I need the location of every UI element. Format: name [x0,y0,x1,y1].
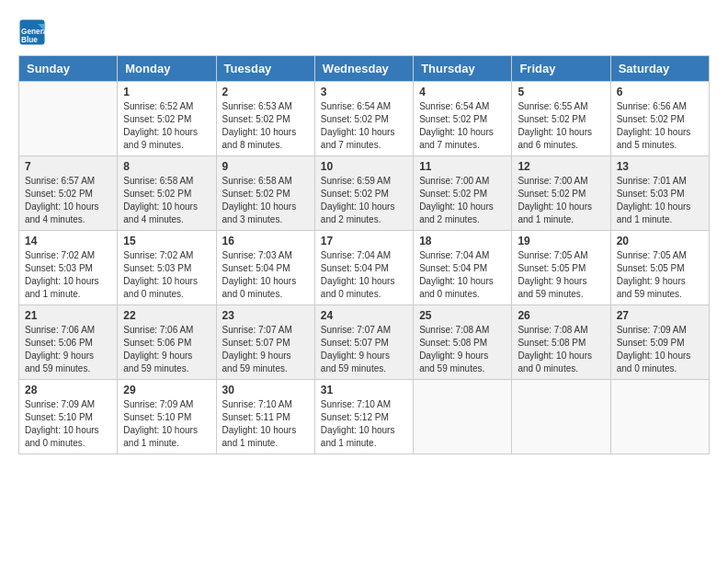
calendar-cell: 9Sunrise: 6:58 AM Sunset: 5:02 PM Daylig… [216,156,314,231]
day-info: Sunrise: 7:00 AM Sunset: 5:02 PM Dayligh… [518,175,604,226]
day-number: 26 [518,309,604,322]
day-number: 30 [222,384,309,396]
calendar-cell: 31Sunrise: 7:10 AM Sunset: 5:12 PM Dayli… [314,380,413,454]
calendar-cell: 20Sunrise: 7:05 AM Sunset: 5:05 PM Dayli… [610,231,709,305]
column-header-friday: Friday [512,56,610,82]
calendar-header-row: SundayMondayTuesdayWednesdayThursdayFrid… [19,56,710,82]
day-number: 25 [419,309,506,322]
day-info: Sunrise: 7:06 AM Sunset: 5:06 PM Dayligh… [123,324,210,375]
day-number: 11 [419,160,506,173]
calendar-cell: 1Sunrise: 6:52 AM Sunset: 5:02 PM Daylig… [118,82,216,156]
day-number: 9 [222,160,309,173]
day-number: 19 [518,235,604,247]
day-number: 8 [123,160,210,173]
calendar-cell: 21Sunrise: 7:06 AM Sunset: 5:06 PM Dayli… [19,305,118,380]
day-info: Sunrise: 7:10 AM Sunset: 5:11 PM Dayligh… [222,398,309,450]
day-number: 17 [321,235,407,247]
day-info: Sunrise: 7:08 AM Sunset: 5:08 PM Dayligh… [518,324,604,375]
calendar-cell [19,82,118,156]
calendar-week-row: 28Sunrise: 7:09 AM Sunset: 5:10 PM Dayli… [19,380,710,454]
day-info: Sunrise: 6:58 AM Sunset: 5:02 PM Dayligh… [222,175,309,226]
day-info: Sunrise: 6:54 AM Sunset: 5:02 PM Dayligh… [321,100,407,152]
day-info: Sunrise: 7:09 AM Sunset: 5:10 PM Dayligh… [123,398,210,450]
day-number: 5 [518,86,604,98]
day-info: Sunrise: 7:05 AM Sunset: 5:05 PM Dayligh… [617,249,703,301]
day-number: 24 [321,309,407,322]
calendar-cell: 22Sunrise: 7:06 AM Sunset: 5:06 PM Dayli… [118,305,216,380]
day-number: 16 [222,235,309,247]
calendar-cell: 3Sunrise: 6:54 AM Sunset: 5:02 PM Daylig… [314,82,413,156]
calendar-cell: 15Sunrise: 7:02 AM Sunset: 5:03 PM Dayli… [118,231,216,305]
day-number: 6 [617,86,703,98]
calendar-cell: 26Sunrise: 7:08 AM Sunset: 5:08 PM Dayli… [512,305,610,380]
day-number: 23 [222,309,309,322]
day-info: Sunrise: 7:05 AM Sunset: 5:05 PM Dayligh… [518,249,604,301]
calendar-cell: 29Sunrise: 7:09 AM Sunset: 5:10 PM Dayli… [118,380,216,454]
day-number: 4 [419,86,506,98]
calendar-cell: 23Sunrise: 7:07 AM Sunset: 5:07 PM Dayli… [216,305,314,380]
calendar-cell: 14Sunrise: 7:02 AM Sunset: 5:03 PM Dayli… [19,231,118,305]
day-info: Sunrise: 6:56 AM Sunset: 5:02 PM Dayligh… [617,100,703,152]
calendar-cell: 5Sunrise: 6:55 AM Sunset: 5:02 PM Daylig… [512,82,610,156]
calendar-cell: 24Sunrise: 7:07 AM Sunset: 5:07 PM Dayli… [314,305,413,380]
calendar-cell [610,380,709,454]
calendar-cell: 8Sunrise: 6:58 AM Sunset: 5:02 PM Daylig… [118,156,216,231]
logo-icon: General Blue [18,18,46,46]
day-number: 18 [419,235,506,247]
day-number: 22 [123,309,210,322]
day-info: Sunrise: 7:03 AM Sunset: 5:04 PM Dayligh… [222,249,309,301]
day-number: 15 [123,235,210,247]
day-info: Sunrise: 7:09 AM Sunset: 5:10 PM Dayligh… [25,398,111,450]
calendar-cell [512,380,610,454]
calendar-cell: 16Sunrise: 7:03 AM Sunset: 5:04 PM Dayli… [216,231,314,305]
day-info: Sunrise: 7:04 AM Sunset: 5:04 PM Dayligh… [419,249,506,301]
calendar-week-row: 7Sunrise: 6:57 AM Sunset: 5:02 PM Daylig… [19,156,710,231]
calendar-cell: 18Sunrise: 7:04 AM Sunset: 5:04 PM Dayli… [414,231,512,305]
calendar-cell: 25Sunrise: 7:08 AM Sunset: 5:08 PM Dayli… [414,305,512,380]
column-header-monday: Monday [118,56,216,82]
day-info: Sunrise: 7:01 AM Sunset: 5:03 PM Dayligh… [617,175,703,226]
calendar-week-row: 14Sunrise: 7:02 AM Sunset: 5:03 PM Dayli… [19,231,710,305]
calendar-cell: 27Sunrise: 7:09 AM Sunset: 5:09 PM Dayli… [610,305,709,380]
day-number: 10 [321,160,407,173]
calendar-cell: 12Sunrise: 7:00 AM Sunset: 5:02 PM Dayli… [512,156,610,231]
calendar-cell [414,380,512,454]
day-info: Sunrise: 7:10 AM Sunset: 5:12 PM Dayligh… [321,398,407,450]
day-info: Sunrise: 6:59 AM Sunset: 5:02 PM Dayligh… [321,175,407,226]
calendar-week-row: 21Sunrise: 7:06 AM Sunset: 5:06 PM Dayli… [19,305,710,380]
svg-text:General: General [21,28,46,36]
day-number: 27 [617,309,703,322]
day-info: Sunrise: 7:02 AM Sunset: 5:03 PM Dayligh… [25,249,111,301]
day-info: Sunrise: 7:07 AM Sunset: 5:07 PM Dayligh… [222,324,309,375]
day-info: Sunrise: 7:02 AM Sunset: 5:03 PM Dayligh… [123,249,210,301]
day-info: Sunrise: 7:07 AM Sunset: 5:07 PM Dayligh… [321,324,407,375]
day-number: 2 [222,86,309,98]
day-number: 21 [25,309,111,322]
day-number: 1 [123,86,210,98]
column-header-tuesday: Tuesday [216,56,314,82]
calendar-cell: 28Sunrise: 7:09 AM Sunset: 5:10 PM Dayli… [19,380,118,454]
day-number: 31 [321,384,407,396]
day-number: 20 [617,235,703,247]
calendar-cell: 30Sunrise: 7:10 AM Sunset: 5:11 PM Dayli… [216,380,314,454]
calendar-cell: 4Sunrise: 6:54 AM Sunset: 5:02 PM Daylig… [414,82,512,156]
day-number: 29 [123,384,210,396]
day-number: 7 [25,160,111,173]
day-info: Sunrise: 6:54 AM Sunset: 5:02 PM Dayligh… [419,100,506,152]
day-info: Sunrise: 7:06 AM Sunset: 5:06 PM Dayligh… [25,324,111,375]
column-header-sunday: Sunday [19,56,118,82]
day-info: Sunrise: 7:04 AM Sunset: 5:04 PM Dayligh… [321,249,407,301]
calendar-cell: 7Sunrise: 6:57 AM Sunset: 5:02 PM Daylig… [19,156,118,231]
day-info: Sunrise: 6:58 AM Sunset: 5:02 PM Dayligh… [123,175,210,226]
day-info: Sunrise: 6:57 AM Sunset: 5:02 PM Dayligh… [25,175,111,226]
calendar-cell: 10Sunrise: 6:59 AM Sunset: 5:02 PM Dayli… [314,156,413,231]
logo: General Blue [18,18,50,46]
calendar-table: SundayMondayTuesdayWednesdayThursdayFrid… [18,55,710,454]
column-header-saturday: Saturday [610,56,709,82]
day-info: Sunrise: 6:53 AM Sunset: 5:02 PM Dayligh… [222,100,309,152]
page-header: General Blue [18,18,710,46]
day-info: Sunrise: 7:08 AM Sunset: 5:08 PM Dayligh… [419,324,506,375]
calendar-body: 1Sunrise: 6:52 AM Sunset: 5:02 PM Daylig… [19,82,710,454]
calendar-week-row: 1Sunrise: 6:52 AM Sunset: 5:02 PM Daylig… [19,82,710,156]
day-number: 3 [321,86,407,98]
